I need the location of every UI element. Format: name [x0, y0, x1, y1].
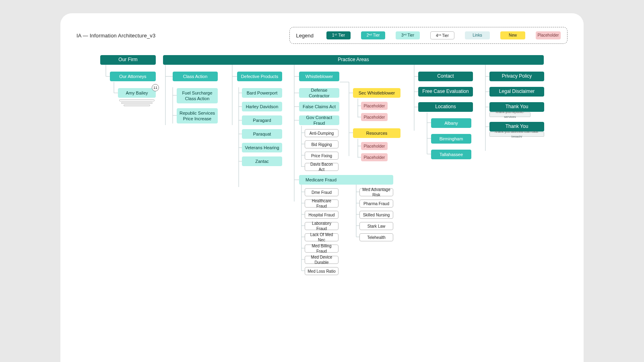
node-telehealth[interactable]: Telehealth	[359, 233, 393, 241]
node-pharma-fraud[interactable]: Pharma Fraud	[359, 200, 393, 208]
node-medicare-fraud[interactable]: Medicare Fraud	[299, 175, 393, 185]
node-defective-products[interactable]: Defective Products	[237, 72, 282, 81]
node-practice-areas[interactable]: Practice Areas	[163, 55, 544, 65]
legend-new: New	[500, 31, 525, 39]
node-sec-ph2[interactable]: Placeholder	[361, 113, 388, 121]
node-res-ph1[interactable]: Placeholder	[361, 142, 388, 150]
page-title: IA — Information Architecture_v3	[76, 33, 155, 39]
legend-tier3: 3ʳᵈ Tier	[396, 31, 420, 39]
node-privacy[interactable]: Privacy Policy	[489, 72, 544, 81]
ia-chart: Our Firm Practice Areas Our Attorneys Am…	[100, 55, 544, 345]
legend-box: Legend 1ˢᵗ Tier 2ⁿᵈ Tier 3ʳᵈ Tier 4ᵗʰ Ti…	[289, 27, 568, 44]
node-false-claims[interactable]: False Claims Act	[299, 102, 339, 111]
node-free-case[interactable]: Free Case Evaluation	[418, 87, 473, 97]
node-gov-fraud[interactable]: Gov Contract Fraud	[299, 115, 339, 125]
legend-tier1: 1ˢᵗ Tier	[326, 31, 351, 39]
legend-links: Links	[465, 31, 490, 39]
node-our-firm[interactable]: Our Firm	[100, 55, 156, 65]
node-veterans[interactable]: Veterans Hearing	[242, 143, 282, 152]
node-sec-ph1[interactable]: Placeholder	[361, 102, 388, 110]
node-whistleblower[interactable]: Whistleblower	[299, 72, 339, 81]
note-thankyou1: /thank-you-republic-services	[489, 112, 530, 117]
node-locations[interactable]: Locations	[418, 102, 473, 112]
node-skilled-nursing[interactable]: Skilled Nursing	[359, 211, 393, 219]
node-lack-med-nec[interactable]: Lack Of Med Nec	[305, 233, 339, 241]
node-defense-contractor[interactable]: Defense Contractor	[299, 88, 339, 98]
node-class-action[interactable]: Class Action	[173, 72, 218, 81]
node-sec-whistleblower[interactable]: Sec Whistleblower	[353, 88, 400, 98]
node-anti-dumping[interactable]: Anti-Dumping	[305, 129, 339, 137]
node-harley[interactable]: Harley Davidson	[242, 102, 282, 111]
node-bard[interactable]: Bard Powerport	[242, 88, 282, 98]
node-disclaimer[interactable]: Legal Disclaimer	[489, 87, 544, 97]
node-bid-rigging[interactable]: Bid Rigging	[305, 140, 339, 148]
node-our-attorneys[interactable]: Our Attorneys	[110, 72, 156, 81]
stack-decoration	[124, 105, 150, 106]
node-res-ph2[interactable]: Placeholder	[361, 153, 388, 161]
node-zantac[interactable]: Zantac	[242, 156, 282, 166]
node-med-billing[interactable]: Med Billing Fraud	[305, 245, 339, 253]
node-med-loss[interactable]: Med Loss Ratio	[305, 267, 339, 275]
node-stark-law[interactable]: Stark Law	[359, 222, 393, 230]
stack-decoration	[119, 99, 155, 101]
node-dme-fraud[interactable]: Dme Fraud	[305, 188, 339, 196]
node-albany[interactable]: Albany	[431, 118, 471, 128]
note-thankyou2: /thank-you-lakeview-loan-data-breach/	[489, 132, 544, 137]
node-lab-fraud[interactable]: Laboratory Fraud	[305, 222, 339, 230]
node-paragard[interactable]: Paragard	[242, 115, 282, 125]
node-fuel-surcharge[interactable]: Fuel Surcharge Class Action	[177, 88, 218, 103]
node-hospital-fraud[interactable]: Hospital Fraud	[305, 211, 339, 219]
node-contact[interactable]: Contact	[418, 72, 473, 81]
node-price-fixing[interactable]: Price Fixing	[305, 152, 339, 160]
node-resources[interactable]: Resources	[353, 128, 400, 138]
legend-tier2: 2ⁿᵈ Tier	[361, 31, 385, 39]
canvas: IA — Information Architecture_v3 Legend …	[60, 13, 584, 362]
legend-tier4: 4ᵗʰ Tier	[430, 31, 454, 39]
node-republic-services[interactable]: Republic Services Price Increase	[177, 108, 218, 123]
legend-placeholder: Placeholder	[536, 31, 561, 39]
node-healthcare-fraud[interactable]: Healthcare Fraud	[305, 200, 339, 208]
node-birmingham[interactable]: Birmingham	[431, 134, 471, 144]
node-amy-bailey[interactable]: Amy Bailey	[118, 88, 156, 98]
legend-label: Legend	[296, 33, 314, 39]
node-tallahassee[interactable]: Tallahassee	[431, 150, 471, 159]
badge-attorney-count: 11	[152, 84, 159, 91]
node-davis-bacon[interactable]: Davis Bacon Act	[305, 163, 339, 171]
node-med-advantage[interactable]: Med Advantage Risk	[359, 188, 393, 196]
node-paraquat[interactable]: Paraquat	[242, 129, 282, 139]
stack-decoration	[121, 102, 153, 104]
node-med-device[interactable]: Med Device Durable	[305, 256, 339, 264]
